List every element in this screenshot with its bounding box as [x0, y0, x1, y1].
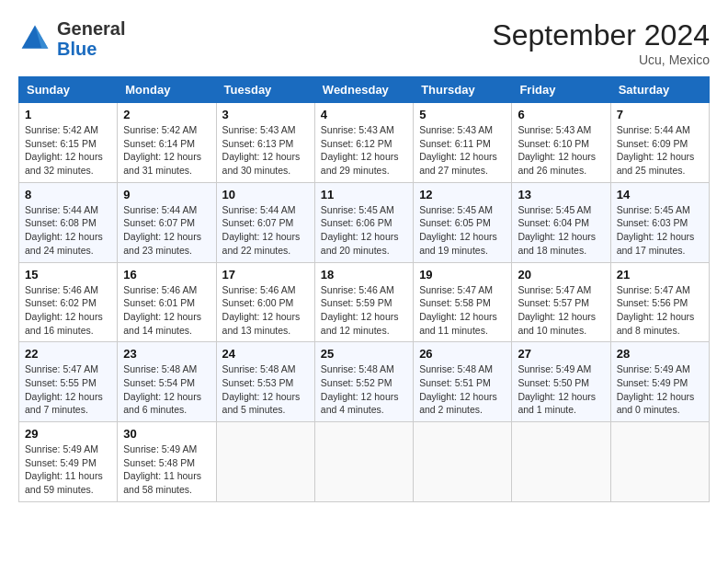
cell-info: Sunrise: 5:49 AM Sunset: 5:49 PM Dayligh…	[617, 362, 703, 417]
calendar-cell: 10 Sunrise: 5:44 AM Sunset: 6:07 PM Dayl…	[216, 182, 314, 262]
calendar-cell: 3 Sunrise: 5:43 AM Sunset: 6:13 PM Dayli…	[216, 103, 314, 183]
calendar-cell: 13 Sunrise: 5:45 AM Sunset: 6:04 PM Dayl…	[512, 182, 610, 262]
calendar-cell: 2 Sunrise: 5:42 AM Sunset: 6:14 PM Dayli…	[118, 103, 216, 183]
calendar-cell	[512, 422, 610, 502]
calendar-cell: 4 Sunrise: 5:43 AM Sunset: 6:12 PM Dayli…	[314, 103, 413, 183]
cell-day-number: 25	[321, 347, 407, 361]
calendar-header-row: SundayMondayTuesdayWednesdayThursdayFrid…	[19, 77, 710, 103]
calendar-cell: 5 Sunrise: 5:43 AM Sunset: 6:11 PM Dayli…	[414, 103, 512, 183]
cell-info: Sunrise: 5:47 AM Sunset: 5:58 PM Dayligh…	[419, 283, 506, 338]
calendar-cell	[216, 422, 314, 502]
cell-info: Sunrise: 5:45 AM Sunset: 6:03 PM Dayligh…	[617, 203, 703, 258]
day-header-thursday: Thursday	[414, 77, 512, 103]
cell-day-number: 5	[419, 108, 506, 121]
location: Ucu, Mexico	[492, 52, 710, 67]
cell-day-number: 17	[222, 268, 309, 282]
cell-day-number: 19	[419, 268, 506, 282]
cell-day-number: 16	[123, 268, 210, 282]
calendar-cell: 14 Sunrise: 5:45 AM Sunset: 6:03 PM Dayl…	[610, 182, 709, 262]
cell-info: Sunrise: 5:43 AM Sunset: 6:13 PM Dayligh…	[222, 123, 309, 178]
logo-general: General	[57, 18, 125, 39]
cell-day-number: 3	[222, 108, 309, 121]
cell-info: Sunrise: 5:44 AM Sunset: 6:07 PM Dayligh…	[123, 203, 210, 258]
cell-day-number: 8	[25, 188, 111, 201]
cell-day-number: 6	[518, 108, 604, 121]
cell-info: Sunrise: 5:43 AM Sunset: 6:12 PM Dayligh…	[321, 123, 407, 178]
logo-blue: Blue	[57, 39, 97, 59]
calendar-cell: 15 Sunrise: 5:46 AM Sunset: 6:02 PM Dayl…	[19, 262, 118, 342]
calendar-cell: 24 Sunrise: 5:48 AM Sunset: 5:53 PM Dayl…	[216, 342, 314, 422]
calendar-cell: 27 Sunrise: 5:49 AM Sunset: 5:50 PM Dayl…	[512, 342, 610, 422]
calendar-week-row: 1 Sunrise: 5:42 AM Sunset: 6:15 PM Dayli…	[19, 103, 710, 183]
calendar-cell: 12 Sunrise: 5:45 AM Sunset: 6:05 PM Dayl…	[414, 182, 512, 262]
calendar-cell: 16 Sunrise: 5:46 AM Sunset: 6:01 PM Dayl…	[118, 262, 216, 342]
cell-info: Sunrise: 5:44 AM Sunset: 6:08 PM Dayligh…	[25, 203, 111, 258]
cell-day-number: 23	[123, 347, 210, 361]
day-header-tuesday: Tuesday	[216, 77, 314, 103]
calendar-cell: 9 Sunrise: 5:44 AM Sunset: 6:07 PM Dayli…	[118, 182, 216, 262]
cell-info: Sunrise: 5:44 AM Sunset: 6:09 PM Dayligh…	[617, 123, 703, 178]
cell-day-number: 27	[518, 347, 604, 361]
cell-info: Sunrise: 5:45 AM Sunset: 6:06 PM Dayligh…	[321, 203, 407, 258]
calendar-cell	[314, 422, 413, 502]
calendar-cell: 30 Sunrise: 5:49 AM Sunset: 5:48 PM Dayl…	[118, 422, 216, 502]
cell-info: Sunrise: 5:48 AM Sunset: 5:53 PM Dayligh…	[222, 362, 309, 417]
calendar-cell	[414, 422, 512, 502]
cell-day-number: 28	[617, 347, 703, 361]
cell-day-number: 13	[518, 188, 604, 201]
cell-info: Sunrise: 5:48 AM Sunset: 5:54 PM Dayligh…	[123, 362, 210, 417]
cell-day-number: 20	[518, 268, 604, 282]
calendar-cell: 11 Sunrise: 5:45 AM Sunset: 6:06 PM Dayl…	[314, 182, 413, 262]
calendar-cell: 19 Sunrise: 5:47 AM Sunset: 5:58 PM Dayl…	[414, 262, 512, 342]
cell-info: Sunrise: 5:47 AM Sunset: 5:57 PM Dayligh…	[518, 283, 604, 338]
cell-info: Sunrise: 5:46 AM Sunset: 6:01 PM Dayligh…	[123, 283, 210, 338]
day-header-sunday: Sunday	[19, 77, 118, 103]
day-header-monday: Monday	[118, 77, 216, 103]
cell-day-number: 12	[419, 188, 506, 201]
cell-info: Sunrise: 5:47 AM Sunset: 5:55 PM Dayligh…	[25, 362, 111, 417]
cell-info: Sunrise: 5:46 AM Sunset: 6:02 PM Dayligh…	[25, 283, 111, 338]
page-header: General Blue September 2024 Ucu, Mexico	[18, 18, 710, 67]
calendar-cell: 25 Sunrise: 5:48 AM Sunset: 5:52 PM Dayl…	[314, 342, 413, 422]
calendar-week-row: 8 Sunrise: 5:44 AM Sunset: 6:08 PM Dayli…	[19, 182, 710, 262]
calendar-cell: 17 Sunrise: 5:46 AM Sunset: 6:00 PM Dayl…	[216, 262, 314, 342]
cell-day-number: 7	[617, 108, 703, 121]
cell-info: Sunrise: 5:49 AM Sunset: 5:50 PM Dayligh…	[518, 362, 604, 417]
calendar-cell: 26 Sunrise: 5:48 AM Sunset: 5:51 PM Dayl…	[414, 342, 512, 422]
cell-info: Sunrise: 5:45 AM Sunset: 6:05 PM Dayligh…	[419, 203, 506, 258]
cell-day-number: 21	[617, 268, 703, 282]
cell-info: Sunrise: 5:46 AM Sunset: 5:59 PM Dayligh…	[321, 283, 407, 338]
cell-info: Sunrise: 5:43 AM Sunset: 6:11 PM Dayligh…	[419, 123, 506, 178]
cell-day-number: 1	[25, 108, 111, 121]
calendar-cell: 28 Sunrise: 5:49 AM Sunset: 5:49 PM Dayl…	[610, 342, 709, 422]
cell-info: Sunrise: 5:48 AM Sunset: 5:51 PM Dayligh…	[419, 362, 506, 417]
calendar-table: SundayMondayTuesdayWednesdayThursdayFrid…	[18, 76, 710, 502]
cell-info: Sunrise: 5:47 AM Sunset: 5:56 PM Dayligh…	[617, 283, 703, 338]
cell-day-number: 24	[222, 347, 309, 361]
calendar-cell: 1 Sunrise: 5:42 AM Sunset: 6:15 PM Dayli…	[19, 103, 118, 183]
calendar-cell	[610, 422, 709, 502]
cell-info: Sunrise: 5:49 AM Sunset: 5:48 PM Dayligh…	[123, 442, 210, 497]
cell-day-number: 15	[25, 268, 111, 282]
calendar-cell: 8 Sunrise: 5:44 AM Sunset: 6:08 PM Dayli…	[19, 182, 118, 262]
cell-day-number: 26	[419, 347, 506, 361]
calendar-cell: 21 Sunrise: 5:47 AM Sunset: 5:56 PM Dayl…	[610, 262, 709, 342]
cell-info: Sunrise: 5:48 AM Sunset: 5:52 PM Dayligh…	[321, 362, 407, 417]
calendar-week-row: 22 Sunrise: 5:47 AM Sunset: 5:55 PM Dayl…	[19, 342, 710, 422]
calendar-cell: 29 Sunrise: 5:49 AM Sunset: 5:49 PM Dayl…	[19, 422, 118, 502]
logo-text: General Blue	[57, 18, 125, 59]
cell-info: Sunrise: 5:42 AM Sunset: 6:15 PM Dayligh…	[25, 123, 111, 178]
cell-day-number: 22	[25, 347, 111, 361]
logo: General Blue	[18, 18, 125, 59]
day-header-friday: Friday	[512, 77, 610, 103]
calendar-week-row: 29 Sunrise: 5:49 AM Sunset: 5:49 PM Dayl…	[19, 422, 710, 502]
month-title: September 2024	[492, 18, 710, 52]
calendar-cell: 7 Sunrise: 5:44 AM Sunset: 6:09 PM Dayli…	[610, 103, 709, 183]
cell-info: Sunrise: 5:46 AM Sunset: 6:00 PM Dayligh…	[222, 283, 309, 338]
title-block: September 2024 Ucu, Mexico	[492, 18, 710, 67]
cell-day-number: 11	[321, 188, 407, 201]
cell-info: Sunrise: 5:42 AM Sunset: 6:14 PM Dayligh…	[123, 123, 210, 178]
cell-day-number: 10	[222, 188, 309, 201]
cell-day-number: 30	[123, 427, 210, 441]
cell-day-number: 18	[321, 268, 407, 282]
